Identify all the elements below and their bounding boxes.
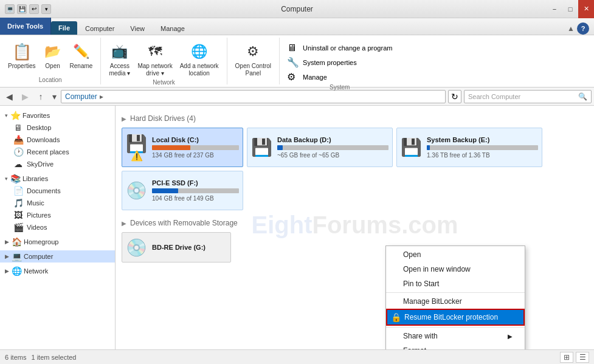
sidebar-item-pictures[interactable]: 🖼 Pictures [0,209,115,221]
sidebar-item-music[interactable]: 🎵 Music [0,197,115,209]
ctx-share-with[interactable]: Share with ▶ [386,329,525,343]
ctx-open-new-window[interactable]: Open in new window [386,262,525,276]
sidebar-item-desktop[interactable]: 🖥 Desktop [0,122,115,134]
drive-d[interactable]: 💾 Data Backup (D:) ~65 GB free of ~65 GB [247,128,393,167]
recent-icon: 🕐 [13,147,23,157]
main-layout: ▾ ⭐ Favorites 🖥 Desktop 📥 Downloads 🕐 Re… [0,106,594,349]
ctx-format-label: Format... [403,346,432,349]
drive-g-info: BD-RE Drive (G:) [152,244,227,251]
forward-button[interactable]: ▶ [18,90,32,103]
sidebar-item-skydrive[interactable]: ☁ SkyDrive [0,158,115,170]
drive-c-icon-area: 💾 ⚠️ [126,134,147,162]
sidebar-item-downloads[interactable]: 📥 Downloads [0,134,115,146]
drive-c-bar [152,145,190,150]
desktop-label: Desktop [27,124,51,131]
ctx-resume-bitlocker[interactable]: 🔒 Resume BitLocker protection [386,309,525,326]
ctx-open-new-window-label: Open in new window [403,265,471,273]
ctx-manage-bitlocker-label: Manage BitLocker [403,297,462,306]
ribbon-btn-map-drive[interactable]: 🗺 Map networkdrive ▾ [134,40,175,79]
ribbon-group-location-label: Location [5,77,95,84]
active-tab-drivetools[interactable]: Drive Tools [0,18,51,35]
sidebar-header-network[interactable]: ▶ 🌐 Network [0,265,115,277]
minimize-button[interactable]: − [547,0,562,18]
sidebar-header-computer[interactable]: ▶ 💻 Computer [0,250,115,263]
drive-e-info: System Backup (E:) 1.36 TB free of 1.36 … [427,136,538,159]
sidebar-item-recent[interactable]: 🕐 Recent places [0,146,115,158]
drive-f-icon: 💿 [126,180,147,201]
large-icons-btn[interactable]: ⊞ [560,352,573,363]
ribbon-btn-manage[interactable]: ⚙ Manage [285,70,330,84]
tab-view[interactable]: View [122,21,153,35]
documents-icon: 📄 [13,186,23,196]
ctx-pin-start[interactable]: Pin to Start [386,276,525,291]
drive-d-name: Data Backup (D:) [277,136,389,143]
drive-f[interactable]: 💿 PCI-E SSD (F:) 104 GB free of 149 GB [122,171,243,210]
ribbon-btn-open[interactable]: 📂 Open [40,40,66,71]
quick-access-save[interactable]: 💾 [17,4,27,14]
search-box[interactable]: Search Computer 🔍 [464,90,592,103]
ribbon-btn-control-panel[interactable]: ⚙ Open ControlPanel [232,40,274,79]
quick-access-undo[interactable]: ↩ [29,4,39,14]
pictures-icon: 🖼 [13,210,23,220]
drive-c[interactable]: 💾 ⚠️ Local Disk (C:) 134 GB free of 237 … [122,128,243,167]
properties-icon: 📋 [12,42,32,61]
ribbon-system-items: 🖥 Uninstall or change a program 🔧 System… [285,38,395,84]
tab-computer[interactable]: Computer [77,21,122,35]
hard-drives-grid: 💾 ⚠️ Local Disk (C:) 134 GB free of 237 … [122,128,588,210]
documents-label: Documents [27,187,61,194]
recent-locations-btn[interactable]: ▾ [50,90,58,103]
maximize-button[interactable]: □ [562,0,578,18]
details-btn[interactable]: ☰ [576,352,589,363]
hard-disk-section-header: Hard Disk Drives (4) [122,114,588,123]
sidebar-section-computer: ▶ 💻 Computer [0,250,115,263]
ribbon-btn-rename[interactable]: ✏️ Rename [67,40,96,71]
ctx-open[interactable]: Open [386,247,525,262]
collapse-ribbon-btn[interactable]: ▲ [567,24,575,33]
drive-g-name: BD-RE Drive (G:) [152,244,227,251]
sidebar-item-documents[interactable]: 📄 Documents [0,185,115,197]
ctx-sep-2 [386,327,525,328]
sidebar-item-videos[interactable]: 🎬 Videos [0,221,115,233]
close-button[interactable]: ✕ [578,0,594,18]
ctx-resume-bitlocker-label: Resume BitLocker protection [404,313,498,321]
tab-file[interactable]: File [51,21,77,35]
ribbon-group-cp-label [232,83,274,84]
sidebar: ▾ ⭐ Favorites 🖥 Desktop 📥 Downloads 🕐 Re… [0,106,116,349]
ribbon-cp-items: ⚙ Open ControlPanel [232,38,274,83]
refresh-button[interactable]: ↻ [448,90,461,103]
ribbon-btn-properties[interactable]: 📋 Properties [5,40,39,71]
ctx-format[interactable]: Format... [386,343,525,349]
drive-e-bar-wrap [427,145,538,150]
ribbon-btn-add-network[interactable]: 🌐 Add a networklocation [177,40,222,79]
ctx-share-with-label: Share with [403,332,438,340]
sidebar-header-homegroup[interactable]: ▶ 🏠 Homegroup [0,236,115,248]
up-button[interactable]: ↑ [34,90,47,103]
uninstall-icon: 🖥 [287,43,299,53]
drive-c-warning-icon: ⚠️ [131,150,143,162]
ribbon-btn-system-props[interactable]: 🔧 System properties [285,55,359,69]
drive-d-bar-wrap [277,145,389,150]
drive-g[interactable]: 💿 BD-RE Drive (G:) [122,232,231,263]
ribbon-btn-access-media[interactable]: 📺 Accessmedia ▾ [106,40,133,79]
status-right: ⊞ ☰ [560,352,589,363]
sidebar-header-libraries[interactable]: ▾ 📚 Libraries [0,173,115,185]
computer-sidebar-icon: 💻 [12,252,21,261]
downloads-label: Downloads [27,136,60,143]
sidebar-section-libraries: ▾ 📚 Libraries 📄 Documents 🎵 Music 🖼 Pict… [0,173,115,233]
drive-f-bar-wrap [152,188,239,193]
sidebar-header-favorites[interactable]: ▾ ⭐ Favorites [0,109,115,122]
back-button[interactable]: ◀ [2,90,16,103]
open-icon: 📂 [43,42,63,61]
ctx-manage-bitlocker[interactable]: Manage BitLocker [386,294,525,309]
homegroup-icon: 🏠 [12,237,21,247]
drive-e-icon: 💾 [401,137,422,157]
help-button[interactable]: ? [577,22,589,35]
title-buttons: − □ ✕ [547,0,594,18]
quick-access-down[interactable]: ▾ [41,4,51,14]
drive-f-info: PCI-E SSD (F:) 104 GB free of 149 GB [152,179,239,202]
path-computer[interactable]: Computer [65,92,97,101]
ribbon-btn-uninstall[interactable]: 🖥 Uninstall or change a program [285,41,395,55]
tab-manage[interactable]: Manage [153,21,193,35]
drive-e[interactable]: 💾 System Backup (E:) 1.36 TB free of 1.3… [396,128,542,167]
drive-d-bar [277,145,283,150]
